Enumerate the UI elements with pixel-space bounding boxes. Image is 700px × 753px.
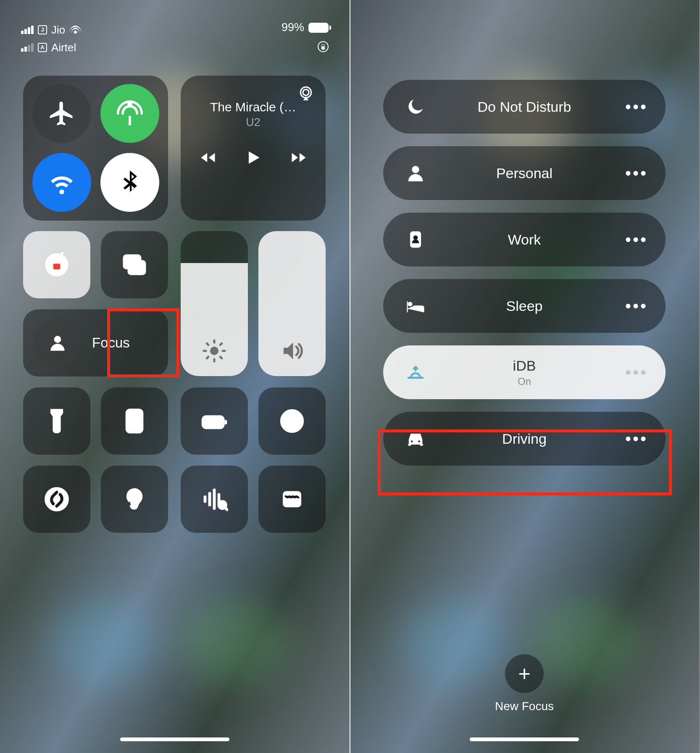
- flashlight-tile[interactable]: [23, 387, 90, 455]
- shazam-tile[interactable]: [23, 466, 90, 533]
- svg-point-18: [129, 420, 132, 423]
- sim1-label: J: [38, 25, 47, 34]
- svg-point-7: [210, 347, 218, 355]
- more-icon[interactable]: •••: [625, 97, 648, 116]
- home-indicator[interactable]: [470, 737, 579, 741]
- focus-mode-label: Personal: [383, 165, 666, 182]
- signal-bars-sim1: [21, 26, 34, 34]
- idb-highlight-annotation: [378, 429, 672, 495]
- focus-mode-label: Work: [383, 232, 666, 248]
- focus-modes-list: Do Not Disturb ••• Personal ••• Work •••…: [383, 80, 666, 466]
- sim2-label: A: [38, 43, 47, 52]
- new-focus-button[interactable]: +: [505, 654, 544, 693]
- more-icon[interactable]: •••: [625, 297, 648, 316]
- orientation-lock-tile[interactable]: [23, 231, 90, 298]
- svg-rect-39: [283, 491, 301, 508]
- media-forward-button[interactable]: [289, 148, 308, 167]
- signal-bars-sim2: [21, 43, 34, 52]
- focus-mode-personal[interactable]: Personal •••: [383, 146, 666, 200]
- battery-icon: [308, 23, 329, 33]
- wifi-icon: [69, 25, 82, 34]
- svg-point-0: [300, 87, 311, 97]
- svg-point-25: [133, 428, 136, 431]
- focus-mode-label: Do Not Disturb: [383, 99, 666, 115]
- low-power-tile[interactable]: [181, 387, 248, 455]
- orientation-lock-status-icon: [318, 41, 329, 52]
- new-focus-label: New Focus: [495, 700, 554, 713]
- svg-point-21: [129, 424, 132, 427]
- more-icon[interactable]: •••: [625, 230, 648, 249]
- home-indicator[interactable]: [120, 737, 229, 741]
- svg-point-24: [129, 428, 132, 431]
- cellular-data-toggle[interactable]: [100, 84, 159, 143]
- focus-highlight-annotation: [107, 308, 179, 377]
- bluetooth-toggle[interactable]: [100, 153, 159, 212]
- media-artist: U2: [181, 116, 326, 129]
- volume-slider[interactable]: [258, 231, 326, 376]
- more-icon[interactable]: •••: [625, 164, 648, 183]
- focus-mode-idb[interactable]: iDB On •••: [383, 345, 666, 399]
- quick-note-tile[interactable]: [258, 466, 326, 533]
- now-playing-card[interactable]: The Miracle (… U2: [181, 76, 326, 221]
- media-play-button[interactable]: [244, 148, 263, 167]
- calculator-tile[interactable]: [101, 387, 168, 455]
- focus-list-screenshot: Do Not Disturb ••• Personal ••• Work •••…: [350, 0, 699, 753]
- svg-rect-3: [53, 263, 61, 269]
- svg-line-13: [220, 357, 222, 358]
- svg-point-26: [137, 428, 139, 431]
- carrier-sim2: Airtel: [51, 41, 76, 54]
- more-icon[interactable]: •••: [625, 363, 648, 382]
- svg-line-38: [225, 508, 227, 510]
- media-title: The Miracle (…: [181, 100, 326, 114]
- wifi-toggle[interactable]: [32, 153, 91, 212]
- svg-line-15: [220, 343, 222, 345]
- focus-mode-do-not-disturb[interactable]: Do Not Disturb •••: [383, 80, 666, 134]
- svg-point-23: [137, 424, 139, 427]
- brightness-icon: [202, 338, 227, 363]
- focus-person-icon[interactable]: [33, 319, 82, 367]
- brightness-slider[interactable]: [181, 231, 248, 376]
- svg-point-1: [303, 90, 309, 95]
- svg-point-22: [133, 424, 136, 427]
- svg-rect-28: [225, 420, 227, 424]
- media-rewind-button[interactable]: [199, 148, 217, 167]
- battery-percentage: 99%: [282, 21, 304, 34]
- new-focus-section: + New Focus: [495, 654, 554, 713]
- volume-icon: [279, 338, 305, 363]
- hearing-tile[interactable]: [101, 466, 168, 533]
- svg-rect-5: [129, 261, 145, 274]
- focus-mode-sleep[interactable]: Sleep •••: [383, 279, 666, 333]
- carrier-sim1: Jio: [51, 24, 65, 37]
- connectivity-group[interactable]: [23, 76, 168, 221]
- svg-point-20: [137, 420, 139, 423]
- svg-point-31: [287, 416, 297, 426]
- focus-mode-label: iDB On: [383, 358, 666, 387]
- svg-rect-29: [205, 419, 211, 426]
- svg-rect-17: [130, 413, 139, 416]
- focus-mode-label: Sleep: [383, 298, 666, 314]
- status-bar: J Jio A Airtel 99%: [0, 21, 350, 56]
- svg-point-6: [54, 336, 61, 343]
- focus-mode-status: On: [383, 376, 666, 387]
- screenshot-divider: [350, 0, 350, 753]
- focus-mode-work[interactable]: Work •••: [383, 213, 666, 266]
- control-center-screenshot: J Jio A Airtel 99%: [0, 0, 350, 753]
- screen-record-tile[interactable]: [258, 387, 326, 455]
- airplay-icon[interactable]: [298, 86, 314, 102]
- sound-recognition-tile[interactable]: [181, 466, 248, 533]
- airplane-mode-toggle[interactable]: [32, 84, 91, 143]
- svg-line-14: [207, 357, 208, 358]
- svg-point-19: [133, 420, 136, 423]
- svg-line-12: [207, 343, 208, 345]
- screen-mirroring-tile[interactable]: [101, 231, 168, 298]
